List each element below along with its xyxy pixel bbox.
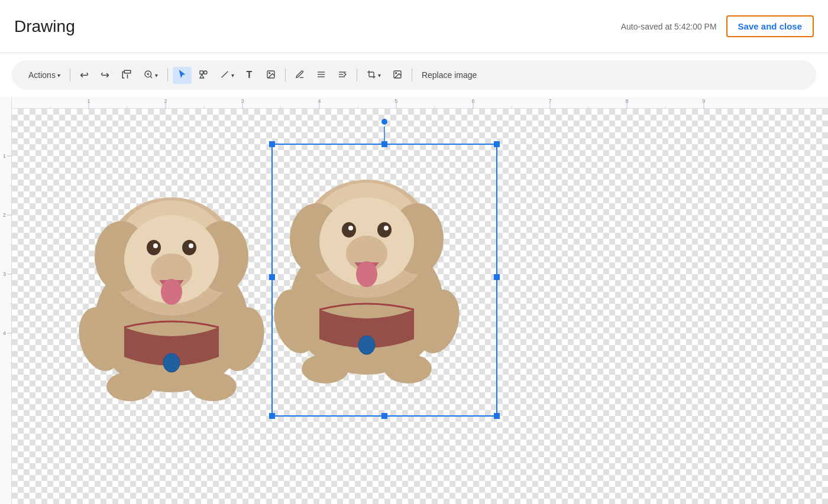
zoom-chevron-icon: ▾ bbox=[155, 72, 158, 79]
format-options-button[interactable] bbox=[312, 67, 331, 84]
toolbar: Actions ▾ ↩ ↪ ▾ bbox=[12, 60, 816, 90]
zoom-icon bbox=[144, 70, 153, 81]
more-format-icon bbox=[338, 70, 347, 81]
actions-chevron-icon: ▾ bbox=[57, 72, 60, 79]
toolbar-separator-1 bbox=[70, 69, 70, 82]
dog-right-group bbox=[267, 180, 466, 383]
svg-line-3 bbox=[222, 71, 228, 77]
replace-image-label: Replace image bbox=[422, 70, 477, 80]
header: Drawing Auto-saved at 5:42:00 PM Save an… bbox=[0, 0, 828, 53]
svg-point-68 bbox=[163, 353, 180, 372]
line-chevron-icon: ▾ bbox=[231, 72, 234, 79]
canvas[interactable] bbox=[12, 109, 828, 504]
redo-button[interactable]: ↪ bbox=[96, 66, 114, 84]
svg-text:4: 4 bbox=[3, 330, 6, 336]
paint-format-icon bbox=[121, 69, 132, 82]
svg-text:9: 9 bbox=[702, 98, 705, 104]
svg-point-85 bbox=[358, 336, 375, 355]
undo-button[interactable]: ↩ bbox=[75, 66, 93, 84]
handle-bl bbox=[269, 413, 275, 419]
save-close-button[interactable]: Save and close bbox=[726, 15, 814, 37]
line-tool-button[interactable]: ▾ bbox=[215, 67, 239, 84]
svg-point-82 bbox=[356, 261, 377, 287]
handle-tr bbox=[494, 141, 500, 147]
ruler-top-svg: 1 2 3 4 5 6 7 8 9 bbox=[12, 97, 828, 109]
svg-text:8: 8 bbox=[625, 98, 628, 104]
svg-point-77 bbox=[342, 222, 356, 238]
svg-text:2: 2 bbox=[164, 98, 167, 104]
recolor-button[interactable] bbox=[388, 67, 407, 84]
toolbar-separator-5 bbox=[412, 69, 412, 82]
format-options-icon bbox=[316, 70, 326, 81]
toolbar-separator-3 bbox=[285, 69, 286, 82]
shape-tool-button[interactable] bbox=[194, 67, 213, 84]
dog-left-group bbox=[72, 197, 271, 401]
image-tool-button[interactable] bbox=[261, 67, 280, 84]
svg-point-79 bbox=[348, 226, 353, 230]
svg-point-2 bbox=[204, 71, 207, 74]
canvas-area: 1 2 3 4 1 2 3 4 bbox=[0, 97, 828, 504]
crop-button[interactable]: ▾ bbox=[362, 67, 386, 84]
svg-point-65 bbox=[161, 279, 182, 305]
autosave-status: Auto-saved at 5:42:00 PM bbox=[621, 22, 717, 31]
handle-br bbox=[494, 413, 500, 419]
svg-point-5 bbox=[269, 72, 270, 73]
undo-icon: ↩ bbox=[80, 69, 89, 82]
handle-ml bbox=[269, 274, 275, 280]
rotation-handle bbox=[381, 119, 387, 125]
line-icon bbox=[220, 70, 229, 81]
svg-point-78 bbox=[377, 222, 392, 238]
svg-text:6: 6 bbox=[471, 98, 474, 104]
select-tool-button[interactable] bbox=[173, 67, 192, 84]
svg-text:3: 3 bbox=[241, 98, 244, 104]
svg-text:1: 1 bbox=[87, 98, 90, 104]
svg-point-66 bbox=[106, 372, 154, 401]
image-icon bbox=[266, 70, 276, 81]
svg-point-67 bbox=[189, 372, 237, 401]
svg-point-80 bbox=[384, 226, 389, 230]
svg-text:3: 3 bbox=[3, 271, 6, 277]
handle-bm bbox=[381, 413, 387, 419]
svg-point-62 bbox=[153, 243, 158, 248]
svg-point-84 bbox=[384, 354, 432, 383]
toolbar-separator-4 bbox=[357, 69, 357, 82]
svg-point-13 bbox=[396, 72, 397, 73]
actions-button[interactable]: Actions ▾ bbox=[24, 67, 65, 83]
svg-point-61 bbox=[182, 240, 196, 255]
pencil-icon bbox=[295, 70, 305, 81]
select-icon bbox=[177, 70, 187, 81]
ruler-top: 1 2 3 4 5 6 7 8 9 bbox=[12, 97, 828, 109]
svg-text:7: 7 bbox=[548, 98, 551, 104]
svg-rect-1 bbox=[200, 71, 203, 74]
crop-icon bbox=[367, 70, 376, 81]
pencil-tool-button[interactable] bbox=[290, 67, 309, 84]
text-tool-button[interactable]: T bbox=[241, 67, 259, 83]
toolbar-separator-2 bbox=[167, 69, 168, 82]
ruler-left: 1 2 3 4 bbox=[0, 97, 12, 504]
handle-tm bbox=[381, 141, 387, 147]
zoom-button[interactable]: ▾ bbox=[139, 67, 163, 84]
ruler-left-svg: 1 2 3 4 bbox=[0, 97, 12, 504]
redo-icon: ↪ bbox=[101, 69, 109, 82]
svg-point-60 bbox=[147, 240, 161, 255]
svg-text:5: 5 bbox=[394, 98, 397, 104]
svg-point-63 bbox=[189, 243, 193, 248]
drawing-canvas-svg bbox=[12, 109, 828, 504]
shape-icon bbox=[199, 70, 208, 81]
recolor-icon bbox=[393, 70, 402, 81]
svg-text:2: 2 bbox=[3, 212, 6, 218]
header-right: Auto-saved at 5:42:00 PM Save and close bbox=[621, 15, 814, 37]
handle-mr bbox=[494, 274, 500, 280]
actions-label: Actions bbox=[28, 70, 56, 80]
svg-point-83 bbox=[302, 354, 349, 383]
paint-format-button[interactable] bbox=[117, 66, 137, 84]
crop-chevron-icon: ▾ bbox=[378, 72, 381, 79]
canvas-with-ruler: 1 2 3 4 5 6 7 8 9 bbox=[12, 97, 828, 504]
replace-image-button[interactable]: Replace image bbox=[417, 67, 481, 83]
handle-tl bbox=[269, 141, 275, 147]
text-icon: T bbox=[247, 70, 253, 80]
page-title: Drawing bbox=[14, 17, 75, 36]
svg-text:4: 4 bbox=[318, 98, 321, 104]
more-format-button[interactable] bbox=[333, 67, 352, 84]
svg-text:1: 1 bbox=[3, 153, 6, 159]
